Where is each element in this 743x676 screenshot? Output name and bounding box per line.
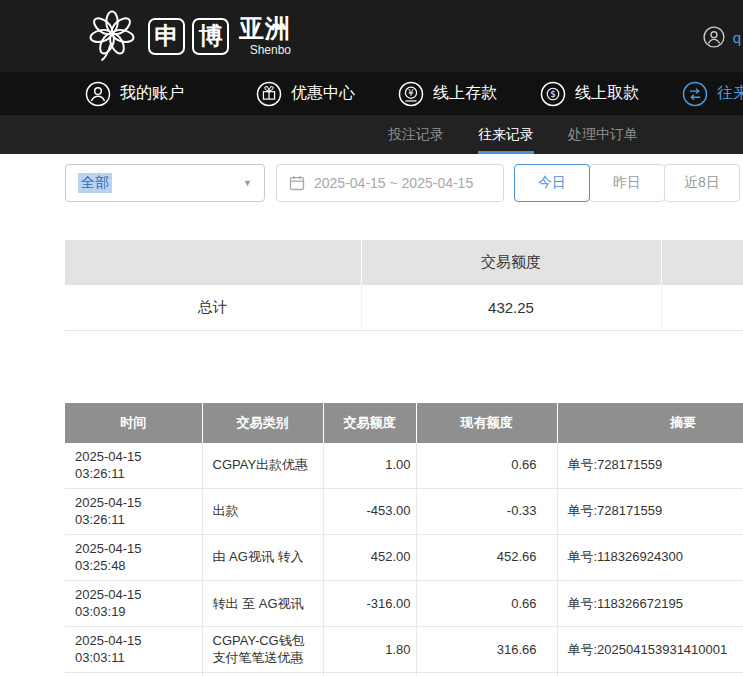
cell-type: 转出 至 AG视讯 bbox=[202, 580, 323, 626]
cell-memo: 单号:728171559 bbox=[557, 488, 743, 534]
summary-header-amount: 交易额度 bbox=[361, 240, 661, 285]
filter-row: 全部 ▼ 2025-04-15 ~ 2025-04-15 今日 昨日 近8日 bbox=[65, 164, 743, 202]
summary-header-empty bbox=[661, 240, 743, 285]
nav-item-deposit[interactable]: ¥ 线上存款 bbox=[398, 81, 497, 107]
nav-item-promotions[interactable]: 优惠中心 bbox=[256, 81, 355, 107]
logo-char-shen: 申 bbox=[148, 18, 185, 55]
date-range-value: 2025-04-15 ~ 2025-04-15 bbox=[314, 175, 473, 191]
cell-time: 2025-04-15 03:26:11 bbox=[65, 443, 202, 489]
table-row: 2025-04-15 03:26:11 出款 -453.00 -0.33 单号:… bbox=[65, 488, 743, 534]
cell-time: 2025-04-15 03:03:11 bbox=[65, 672, 202, 676]
user-icon bbox=[85, 81, 111, 107]
cell-amount: 452.00 bbox=[323, 534, 416, 580]
table-row: 2025-04-15 03:03:11 CGPAY-CG钱包支付笔笔送优惠 1.… bbox=[65, 626, 743, 672]
nav-item-withdraw[interactable]: $ 线上取款 bbox=[540, 81, 639, 107]
today-button[interactable]: 今日 bbox=[514, 164, 590, 202]
cell-time: 2025-04-15 03:25:48 bbox=[65, 534, 202, 580]
deposit-coin-icon: ¥ bbox=[398, 81, 424, 107]
cell-balance: 314.86 bbox=[416, 672, 557, 676]
records-table: 时间 交易类别 交易额度 现有额度 摘要 2025-04-15 03:26:11… bbox=[65, 403, 743, 676]
nav-label: 往来记录 bbox=[717, 83, 743, 104]
summary-empty-cell bbox=[661, 285, 743, 330]
col-header-memo: 摘要 bbox=[557, 403, 743, 443]
tab-betting-records[interactable]: 投注记录 bbox=[388, 115, 444, 154]
nav-item-my-account[interactable]: 我的账户 bbox=[85, 81, 184, 107]
cell-type: CGPAY出款优惠 bbox=[202, 443, 323, 489]
brand-logo[interactable]: 申 博 亚洲 Shenbo bbox=[85, 7, 291, 65]
user-account-link[interactable]: q bbox=[703, 26, 741, 48]
cell-balance: 0.66 bbox=[416, 443, 557, 489]
cell-balance: 0.66 bbox=[416, 580, 557, 626]
table-row: 2025-04-15 03:25:48 由 AG视讯 转入 452.00 452… bbox=[65, 534, 743, 580]
main-content: 全部 ▼ 2025-04-15 ~ 2025-04-15 今日 昨日 近8日 bbox=[0, 164, 743, 676]
chevron-down-icon: ▼ bbox=[243, 178, 252, 188]
topbar: 申 博 亚洲 Shenbo q bbox=[0, 0, 743, 72]
sub-navigation: 投注记录 往来记录 处理中订单 bbox=[0, 115, 743, 154]
col-header-amount: 交易额度 bbox=[323, 403, 416, 443]
svg-text:¥: ¥ bbox=[408, 87, 413, 97]
transfer-records-icon bbox=[682, 81, 708, 107]
yesterday-button[interactable]: 昨日 bbox=[589, 164, 665, 202]
table-row: 2025-04-15 03:03:11 CGPAY支付 300.00 314.8… bbox=[65, 672, 743, 676]
cell-amount: -453.00 bbox=[323, 488, 416, 534]
nav-item-transaction-records[interactable]: 往来记录 bbox=[682, 81, 743, 107]
logo-subtitle-text: Shenbo bbox=[250, 44, 291, 56]
calendar-icon bbox=[289, 175, 305, 191]
cell-memo: 单号:202504153931410001 bbox=[557, 672, 743, 676]
date-range-picker[interactable]: 2025-04-15 ~ 2025-04-15 bbox=[276, 164, 504, 202]
summary-total-row: 总计 432.25 bbox=[65, 285, 743, 330]
last-8-days-button[interactable]: 近8日 bbox=[664, 164, 740, 202]
table-row: 2025-04-15 03:26:11 CGPAY出款优惠 1.00 0.66 … bbox=[65, 443, 743, 489]
flower-logo-icon bbox=[85, 7, 139, 65]
quick-date-buttons: 今日 昨日 近8日 bbox=[514, 164, 740, 202]
cell-memo: 单号:728171559 bbox=[557, 443, 743, 489]
tab-label: 处理中订单 bbox=[568, 126, 638, 144]
main-navigation: 我的账户 优惠中心 ¥ bbox=[0, 72, 743, 115]
cell-amount: 1.80 bbox=[323, 626, 416, 672]
cell-amount: 300.00 bbox=[323, 672, 416, 676]
summary-total-label: 总计 bbox=[65, 285, 361, 330]
page: 申 博 亚洲 Shenbo q bbox=[0, 0, 743, 676]
tab-transaction-records[interactable]: 往来记录 bbox=[478, 115, 534, 154]
summary-header-row: 交易额度 bbox=[65, 240, 743, 285]
col-header-type: 交易类别 bbox=[202, 403, 323, 443]
summary-table: 交易额度 总计 432.25 bbox=[65, 240, 743, 331]
user-avatar-icon bbox=[703, 26, 725, 48]
nav-label: 线上取款 bbox=[575, 83, 639, 104]
cell-type: 出款 bbox=[202, 488, 323, 534]
tab-processing-orders[interactable]: 处理中订单 bbox=[568, 115, 638, 154]
col-header-balance: 现有额度 bbox=[416, 403, 557, 443]
cell-type: CGPAY-CG钱包支付笔笔送优惠 bbox=[202, 626, 323, 672]
svg-text:$: $ bbox=[550, 89, 556, 99]
summary-total-value: 432.25 bbox=[361, 285, 661, 330]
cell-balance: 316.66 bbox=[416, 626, 557, 672]
cell-balance: 452.66 bbox=[416, 534, 557, 580]
table-row: 2025-04-15 03:03:19 转出 至 AG视讯 -316.00 0.… bbox=[65, 580, 743, 626]
logo-region-text: 亚洲 bbox=[239, 16, 291, 41]
category-selected-value: 全部 bbox=[78, 173, 112, 193]
tab-label: 投注记录 bbox=[388, 126, 444, 144]
tab-label: 往来记录 bbox=[478, 126, 534, 144]
nav-label: 我的账户 bbox=[120, 83, 184, 104]
nav-label: 优惠中心 bbox=[291, 83, 355, 104]
summary-header-empty bbox=[65, 240, 361, 285]
cell-memo: 单号:118326672195 bbox=[557, 580, 743, 626]
cell-amount: 1.00 bbox=[323, 443, 416, 489]
cell-amount: -316.00 bbox=[323, 580, 416, 626]
cell-time: 2025-04-15 03:03:11 bbox=[65, 626, 202, 672]
cell-balance: -0.33 bbox=[416, 488, 557, 534]
cell-type: 由 AG视讯 转入 bbox=[202, 534, 323, 580]
cell-memo: 单号:202504153931410001 bbox=[557, 626, 743, 672]
cell-time: 2025-04-15 03:03:19 bbox=[65, 580, 202, 626]
nav-label: 线上存款 bbox=[433, 83, 497, 104]
category-select[interactable]: 全部 ▼ bbox=[65, 164, 265, 202]
cell-memo: 单号:118326924300 bbox=[557, 534, 743, 580]
logo-char-bo: 博 bbox=[192, 18, 229, 55]
username: q bbox=[733, 29, 741, 46]
gift-icon bbox=[256, 81, 282, 107]
cell-time: 2025-04-15 03:26:11 bbox=[65, 488, 202, 534]
col-header-time: 时间 bbox=[65, 403, 202, 443]
withdraw-coin-icon: $ bbox=[540, 81, 566, 107]
cell-type: CGPAY支付 bbox=[202, 672, 323, 676]
records-header-row: 时间 交易类别 交易额度 现有额度 摘要 bbox=[65, 403, 743, 443]
